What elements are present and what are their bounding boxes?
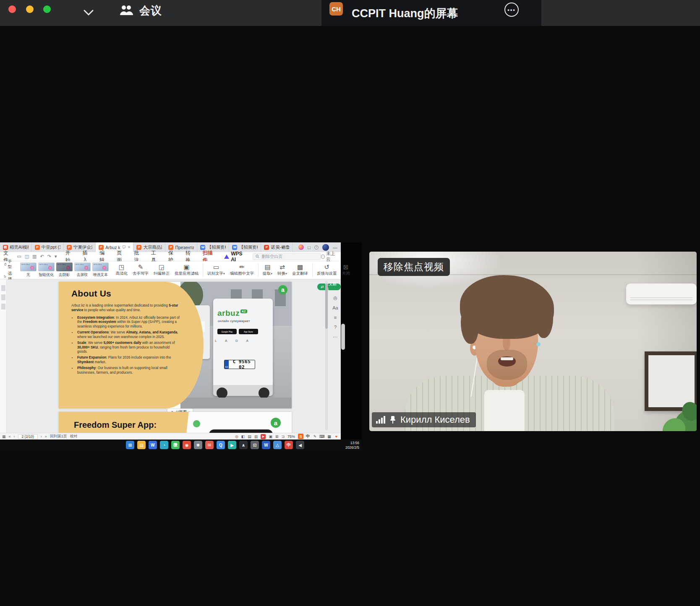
ribbon-button[interactable]: ✎ 去手写字▾: [130, 264, 151, 276]
filter-option[interactable]: WPS Office 去阴影: [56, 263, 73, 278]
sogou-icon[interactable]: S: [298, 434, 303, 439]
cloud-status[interactable]: ↑ 未上云: [321, 251, 338, 263]
taskbar-qq-icon[interactable]: Q: [217, 441, 225, 449]
new-tab-button[interactable]: +: [276, 244, 279, 250]
taskbar-clock[interactable]: 13:56 2026/2/5: [345, 441, 359, 450]
ribbon-button[interactable]: ◲ 纠偏矫正▾: [151, 264, 172, 276]
taskbar-settings-icon[interactable]: ✱: [194, 441, 202, 449]
fullscreen-icon[interactable]: ⊞: [275, 434, 279, 439]
page-thumbnail[interactable]: [1, 304, 5, 310]
next-page-button[interactable]: ›: [41, 434, 42, 439]
favorite-icon[interactable]: ♥: [334, 434, 339, 439]
zoom-button[interactable]: [43, 5, 51, 13]
outline-icon[interactable]: ≡: [334, 315, 337, 320]
filter-option[interactable]: WPS Office 智能优化: [38, 263, 55, 278]
help-icon[interactable]: ?: [314, 245, 319, 250]
taskbar-start-icon[interactable]: ⊞: [126, 441, 134, 449]
ribbon-button[interactable]: ↺ 反馈与设置▾: [314, 264, 340, 276]
zoom-level[interactable]: 75%: [287, 434, 295, 439]
restore-window-icon[interactable]: □: [308, 245, 311, 250]
comment-icon[interactable]: 🗩: [122, 245, 126, 250]
previous-page-button[interactable]: ‹: [14, 434, 15, 439]
ribbon-button[interactable]: ▩ 全文翻译▾: [290, 264, 311, 276]
keyboard-icon[interactable]: ⌨: [319, 434, 325, 439]
taskbar-cloud-icon[interactable]: △: [273, 441, 282, 449]
slide-page-3[interactable]: a Freedom Super App:: [59, 412, 292, 433]
quick-tool-icon[interactable]: ▭: [17, 254, 21, 259]
ribbon-button[interactable]: ▤ 提取▾: [260, 264, 275, 276]
ribbon-button[interactable]: ⊠ 关闭▾: [340, 264, 353, 276]
fit-page-icon[interactable]: ▣: [269, 434, 272, 439]
first-page-button[interactable]: «: [9, 434, 11, 439]
ribbon-button[interactable]: ◳ 高清化▾: [113, 264, 131, 276]
taskbar-tray-chevron-icon[interactable]: ∧: [239, 441, 248, 449]
board-icon[interactable]: ▦: [326, 434, 332, 439]
filter-option[interactable]: WPS Office 增强文本: [92, 263, 109, 278]
two-page-icon[interactable]: ▥: [254, 434, 258, 439]
quick-tool-icon[interactable]: ▥: [32, 254, 37, 259]
filter-option[interactable]: WPS Office 无: [20, 263, 37, 278]
panel-divider-handle[interactable]: [341, 324, 345, 350]
minimize-button[interactable]: [26, 5, 34, 13]
search-input[interactable]: 删除空白页: [253, 253, 321, 260]
page-indicator[interactable]: 2 (2/10): [18, 434, 38, 439]
thumbnail-panel[interactable]: [0, 279, 7, 433]
minimize-window-icon[interactable]: —: [333, 245, 337, 250]
scrollbar-thumb[interactable]: [325, 283, 328, 329]
signal-strength-icon: [376, 416, 385, 424]
proofread-button[interactable]: 校对: [70, 434, 78, 439]
taskbar-word-icon[interactable]: W: [262, 441, 270, 449]
remove-focus-video-button[interactable]: 移除焦点视频: [378, 258, 450, 276]
grid-view-icon[interactable]: ▦: [2, 434, 6, 439]
ribbon-button[interactable]: ▣ 批量应用滤镜▾: [172, 264, 201, 276]
slideshow-icon[interactable]: ▶: [261, 434, 266, 439]
ribbon-button[interactable]: ✏ 编辑图中文字▾: [227, 264, 256, 276]
full-translate-button[interactable]: ⇄ 全文翻译: [317, 283, 341, 290]
video-tile[interactable]: 移除焦点视频 Кирилл Киселев: [369, 252, 697, 431]
taskbar-input-icon[interactable]: 中: [285, 441, 293, 449]
ribbon-button[interactable]: ▭ 识别文字▾: [205, 264, 227, 276]
close-tab-icon[interactable]: ×: [128, 245, 131, 250]
more-options-button[interactable]: •••: [504, 3, 519, 17]
meeting-tab[interactable]: 会议: [119, 3, 162, 18]
chevron-down-icon[interactable]: [83, 9, 94, 16]
taskbar-screenshot-icon[interactable]: ⊡: [251, 441, 259, 449]
autoplay-icon[interactable]: ◎: [235, 434, 238, 439]
vertical-scrollbar[interactable]: [325, 281, 328, 430]
text-size-icon[interactable]: Aa: [332, 305, 338, 310]
taskbar-wechat-icon[interactable]: 微: [171, 441, 180, 449]
filter-option[interactable]: WPS Office 去屏纹: [74, 263, 91, 278]
close-button[interactable]: [8, 5, 16, 13]
wps-ai-button[interactable]: WPS AI: [224, 251, 247, 263]
taskbar-browser-icon[interactable]: ◔: [160, 441, 168, 449]
last-page-button[interactable]: »: [45, 434, 47, 439]
theme-icon[interactable]: [298, 244, 304, 250]
quick-tool-icon[interactable]: ↶: [40, 254, 44, 259]
account-avatar[interactable]: [322, 244, 329, 251]
slide-page-2[interactable]: arbuz arbuz KZ онлайн супермаркет Google…: [59, 282, 292, 408]
more-icon[interactable]: ⋯: [333, 334, 338, 340]
quick-tool-icon[interactable]: ↷: [47, 254, 51, 259]
taskbar-explorer-icon[interactable]: ▤: [137, 441, 146, 449]
wps-document-tab[interactable]: P 中亚ppt (1).pp 🗩 ×: [32, 242, 64, 252]
taskbar-chrome-icon[interactable]: ◉: [183, 441, 191, 449]
back-to-first-button[interactable]: 回到第1页: [50, 434, 67, 439]
hand-tool-button[interactable]: 手型: [4, 259, 13, 270]
continuous-icon[interactable]: ▤: [248, 434, 251, 439]
taskbar-meeting-icon[interactable]: ▶: [228, 441, 236, 449]
taskbar-volume-icon[interactable]: ◀: [296, 441, 304, 449]
quick-tool-icon[interactable]: ◫: [25, 254, 29, 259]
pen-icon[interactable]: ✎: [312, 434, 318, 439]
page-thumbnail[interactable]: [1, 294, 5, 300]
ribbon-button[interactable]: ⇄ 转换▾: [275, 264, 290, 276]
taskbar-wps-icon[interactable]: W: [149, 441, 157, 449]
single-page-icon[interactable]: ◧: [241, 434, 245, 439]
bookmark-icon[interactable]: ⊐: [281, 434, 285, 439]
taskbar-mail-icon[interactable]: ✉: [205, 441, 214, 449]
page-thumbnail[interactable]: [1, 285, 5, 291]
help-icon[interactable]: ?: [334, 325, 337, 330]
quick-tool-icon[interactable]: ▾: [55, 254, 57, 259]
lang-cn-icon[interactable]: 中: [305, 434, 311, 439]
search-icon[interactable]: ◎: [333, 295, 337, 301]
tab-list-button[interactable]: ▾: [282, 245, 284, 250]
